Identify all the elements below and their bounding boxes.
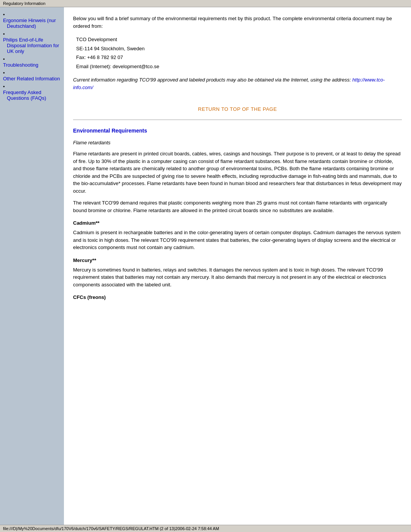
sidebar-link-philips[interactable]: Philips End-of-Life Disposal Information… [3,37,61,54]
tco-address-block: TCO Development SE-114 94 Stockholm, Swe… [73,36,402,70]
content-area: Below you will find a brief summary of t… [64,7,411,525]
env-requirements-section: Environmental Requirements Flame retarda… [73,128,402,300]
sidebar-item-philips[interactable]: Philips End-of-Life Disposal Information… [3,31,61,54]
tco-line1: TCO Development [73,36,402,43]
mercury-title: Mercury** [73,257,402,263]
sidebar-nav: Ergonomie Hinweis (nur Deutschland) Phil… [3,12,61,101]
title-bar: Regulatory Information [0,0,411,7]
title-bar-label: Regulatory Information [3,1,45,6]
tco-line4: Email (Internet): development@tco.se [73,63,402,70]
cadmium-para: Cadmium is present in rechargeable batte… [73,229,402,251]
sidebar-item-other-related[interactable]: Other Related Information [3,70,61,81]
cfc-title: CFCs (freons) [73,294,402,300]
sidebar-item-faqs[interactable]: Frequently Asked Questions (FAQs) [3,84,61,101]
tco-line2: SE-114 94 Stockholm, Sweden [73,45,402,53]
italic-note-text: Current information regarding TCO'99 app… [73,77,352,83]
status-bar: file:///D|/My%20Documents/dfu/170V6/dutc… [0,525,411,532]
return-to-top-container: RETURN TO TOP OF THE PAGE [73,106,402,112]
sidebar-link-troubleshooting[interactable]: Troubleshooting [3,62,61,68]
tco-line3: Fax: +46 8 782 92 07 [73,54,402,61]
main-container: Ergonomie Hinweis (nur Deutschland) Phil… [0,7,411,525]
sidebar-link-ergonomie[interactable]: Ergonomie Hinweis (nur Deutschland) [3,18,61,29]
status-bar-path: file:///D|/My%20Documents/dfu/170V6/dutc… [3,526,219,531]
cadmium-title: Cadmium** [73,220,402,226]
return-to-top-link[interactable]: RETURN TO TOP OF THE PAGE [198,106,277,112]
flame-para2: The relevant TCO'99 demand requires that… [73,199,402,214]
mercury-para: Mercury is sometimes found in batteries,… [73,266,402,289]
sidebar: Ergonomie Hinweis (nur Deutschland) Phil… [0,7,64,525]
sidebar-link-faqs[interactable]: Frequently Asked Questions (FAQs) [3,89,61,101]
intro-paragraph: Below you will find a brief summary of t… [73,15,402,30]
sidebar-item-troubleshooting[interactable]: Troubleshooting [3,56,61,68]
flame-para1: Flame retardants are present in printed … [73,150,402,195]
section-divider [73,120,402,120]
italic-note: Current information regarding TCO'99 app… [73,76,402,91]
env-req-title: Environmental Requirements [73,128,402,134]
sidebar-item-ergonomie[interactable]: Ergonomie Hinweis (nur Deutschland) [3,12,61,29]
sidebar-link-other-related[interactable]: Other Related Information [3,76,61,81]
flame-subtitle: Flame retardants [73,140,402,145]
